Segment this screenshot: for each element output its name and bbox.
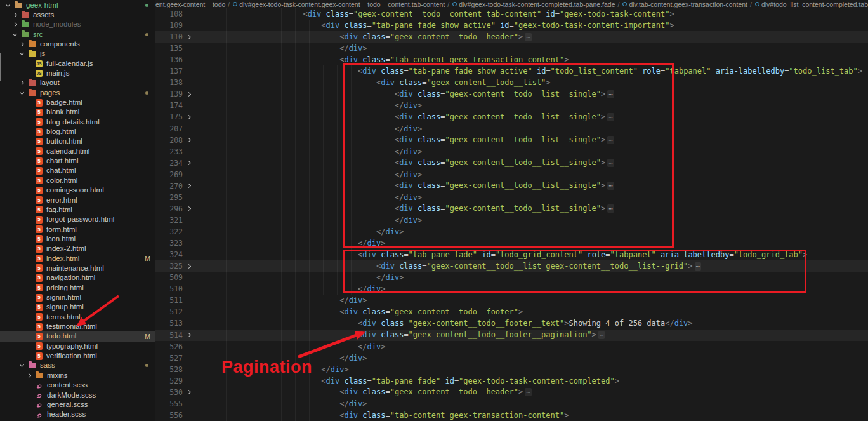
- tree-item-typography-html[interactable]: 5typography.html: [0, 341, 155, 351]
- tree-item-testimonial-html[interactable]: 5testimonial.html: [0, 322, 155, 332]
- tree-item-pages[interactable]: pages: [0, 88, 155, 98]
- code-line-510[interactable]: 510 </div>: [155, 283, 868, 295]
- code-line-136[interactable]: 136 <div class="tab-content geex-transac…: [155, 54, 868, 65]
- code-line-556[interactable]: 556 <div class="tab-content geex-transac…: [155, 410, 868, 421]
- tree-item-node_modules[interactable]: node_modules: [0, 20, 155, 30]
- code-line-135[interactable]: 135 </div>: [155, 43, 868, 54]
- code-line-526[interactable]: 526 </div>: [155, 341, 868, 352]
- code-line-325[interactable]: 325 <div class="geex-content__todo__list…: [155, 260, 868, 272]
- chevron-closed-icon[interactable]: [13, 13, 17, 17]
- tree-item-icon-html[interactable]: 5icon.html: [0, 234, 155, 244]
- code-line-139[interactable]: 139 <div class="geex-content__todo__list…: [155, 88, 868, 100]
- chevron-open-icon[interactable]: [20, 363, 24, 367]
- tree-item-src[interactable]: src: [0, 29, 155, 39]
- breadcrumb-segment[interactable]: div#geex-todo-task-content-completed.tab…: [452, 1, 615, 8]
- code-line-513[interactable]: 513 <div class="geex-content__todo__foot…: [155, 317, 868, 329]
- tree-item-darkMode-scss[interactable]: darkMode.scss: [0, 390, 155, 400]
- code-line-555[interactable]: 555 </div>: [155, 398, 868, 410]
- folded-ellipsis[interactable]: ⋯: [695, 262, 702, 271]
- tree-item-blog-html[interactable]: 5blog.html: [0, 127, 155, 137]
- code-line-174[interactable]: 174 </div>: [155, 100, 868, 111]
- fold-chevron-icon[interactable]: [185, 93, 193, 96]
- tree-item-terms-html[interactable]: 5terms.html: [0, 312, 155, 322]
- chevron-open-icon[interactable]: [20, 51, 24, 55]
- tree-item-badge-html[interactable]: 5badge.html: [0, 98, 155, 108]
- code-line-527[interactable]: 527 </div>: [155, 352, 868, 364]
- folded-ellipsis[interactable]: ⋯: [607, 182, 614, 190]
- tree-item-faq-html[interactable]: 5faq.html: [0, 204, 155, 215]
- code-line-321[interactable]: 321 </div>: [155, 215, 868, 226]
- code-line-296[interactable]: 296 <div class="geex-content__todo__list…: [155, 203, 868, 215]
- tree-item-js[interactable]: js: [0, 49, 155, 59]
- code-line-530[interactable]: 530 <div class="geex-content__todo__head…: [155, 387, 868, 398]
- tree-item-todo-html[interactable]: 5todo.htmlM: [0, 331, 155, 342]
- tree-item-content-scss[interactable]: content.scss: [0, 380, 155, 391]
- chevron-closed-icon[interactable]: [20, 81, 24, 85]
- code-line-138[interactable]: 138 <div class="geex-content__todo__list…: [155, 77, 868, 88]
- tree-item-components[interactable]: components: [0, 39, 155, 49]
- fold-chevron-icon[interactable]: [185, 207, 193, 210]
- tree-item-main-js[interactable]: JSmain.js: [0, 68, 155, 78]
- tree-item-geex-html[interactable]: geex-html: [0, 0, 155, 10]
- folded-ellipsis[interactable]: ⋯: [607, 113, 614, 121]
- folded-ellipsis[interactable]: ⋯: [607, 90, 614, 98]
- chevron-closed-icon[interactable]: [27, 373, 31, 378]
- breadcrumb-segment[interactable]: div#geex-todo-task-content.geex-content_…: [232, 1, 445, 8]
- folded-ellipsis[interactable]: ⋯: [598, 331, 605, 339]
- tree-item-full-calendar-js[interactable]: JSfull-calendar.js: [0, 58, 155, 69]
- tree-item-forgot-password-html[interactable]: 5forgot-password.html: [0, 215, 155, 225]
- fold-chevron-icon[interactable]: [185, 265, 193, 268]
- chevron-closed-icon[interactable]: [13, 22, 17, 27]
- chevron-open-icon[interactable]: [13, 32, 17, 36]
- tree-item-mixins[interactable]: mixins: [0, 370, 155, 380]
- fold-chevron-icon[interactable]: [185, 333, 193, 337]
- tree-item-signup-html[interactable]: 5signup.html: [0, 302, 155, 312]
- code-line-108[interactable]: 108 <div class="geex-content__todo__cont…: [155, 8, 868, 20]
- breadcrumb-segment[interactable]: ent.geex-content__todo: [155, 1, 225, 8]
- tree-item-verification-html[interactable]: 5verification.html: [0, 351, 155, 361]
- fold-chevron-icon[interactable]: [185, 161, 193, 164]
- code-line-322[interactable]: 322 </div>: [155, 226, 868, 237]
- code-line-207[interactable]: 207 </div>: [155, 123, 868, 135]
- code-line-324[interactable]: 324 <div class="tab-pane fade" id="todo_…: [155, 249, 868, 260]
- code-line-528[interactable]: 528 </div>: [155, 364, 868, 375]
- fold-chevron-icon[interactable]: [185, 184, 193, 187]
- tree-item-form-html[interactable]: 5form.html: [0, 224, 155, 234]
- fold-chevron-icon[interactable]: [185, 36, 193, 39]
- tree-item-chat-html[interactable]: 5chat.html: [0, 166, 155, 176]
- tree-item-button-html[interactable]: 5button.html: [0, 137, 155, 147]
- tree-item-coming-soon-html[interactable]: 5coming-soon.html: [0, 185, 155, 196]
- chevron-closed-icon[interactable]: [20, 42, 24, 46]
- code-line-514[interactable]: 514 <div class="geex-content__todo__foot…: [155, 330, 868, 341]
- code-line-270[interactable]: 270 <div class="geex-content__todo__list…: [155, 180, 868, 192]
- tree-item-error-html[interactable]: 5error.html: [0, 195, 155, 205]
- folded-ellipsis[interactable]: ⋯: [607, 159, 614, 167]
- tree-item-color-html[interactable]: 5color.html: [0, 175, 155, 185]
- tree-item-chart-html[interactable]: 5chart.html: [0, 156, 155, 166]
- code-line-295[interactable]: 295 </div>: [155, 192, 868, 203]
- fold-chevron-icon[interactable]: [185, 116, 193, 119]
- tree-item-general-scss[interactable]: general.scss: [0, 399, 155, 410]
- tree-item-calendar-html[interactable]: 5calendar.html: [0, 146, 155, 156]
- tree-item-blank-html[interactable]: 5blank.html: [0, 107, 155, 117]
- code-line-509[interactable]: 509 </div>: [155, 272, 868, 283]
- tree-item-header-scss[interactable]: header.scss: [0, 410, 155, 420]
- tree-item-sass[interactable]: sass: [0, 361, 155, 371]
- chevron-open-icon[interactable]: [20, 90, 24, 95]
- tree-item-layout[interactable]: layout: [0, 78, 155, 88]
- code-line-323[interactable]: 323 </div>: [155, 237, 868, 249]
- code-line-208[interactable]: 208 <div class="geex-content__todo__list…: [155, 135, 868, 146]
- tree-item-assets[interactable]: assets: [0, 10, 155, 20]
- tree-item-index-2-html[interactable]: 5index-2.html: [0, 244, 155, 254]
- breadcrumb-segment[interactable]: div.tab-content.geex-transaction-content: [622, 1, 747, 8]
- tree-item-blog-details-html[interactable]: 5blog-details.html: [0, 117, 155, 127]
- fold-chevron-icon[interactable]: [185, 138, 193, 142]
- code-line-234[interactable]: 234 <div class="geex-content__todo__list…: [155, 157, 868, 169]
- code-line-109[interactable]: 109 <div class="tab-pane fade show activ…: [155, 20, 868, 31]
- code-line-269[interactable]: 269 </div>: [155, 169, 868, 180]
- tree-item-index-html[interactable]: 5index.htmlM: [0, 253, 155, 264]
- fold-chevron-icon[interactable]: [185, 391, 193, 394]
- code-line-512[interactable]: 512 <div class="geex-content__todo__foot…: [155, 306, 868, 317]
- chevron-open-icon[interactable]: [6, 2, 10, 6]
- folded-ellipsis[interactable]: ⋯: [607, 204, 614, 213]
